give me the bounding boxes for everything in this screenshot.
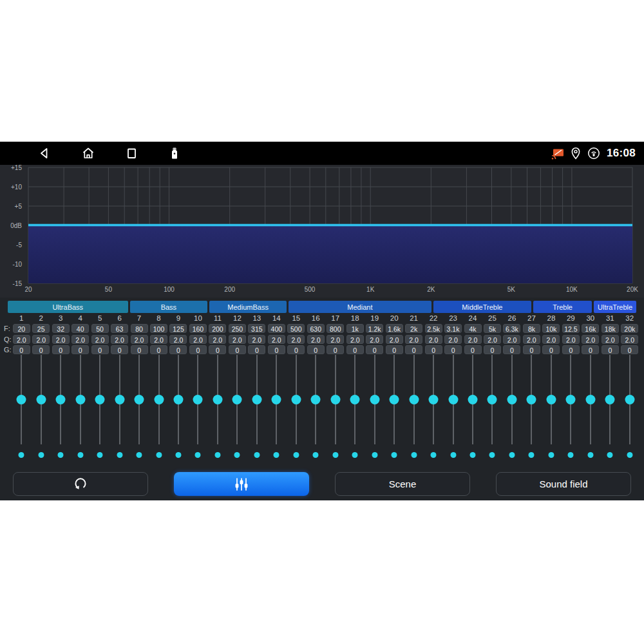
freq-chip[interactable]: 12.5: [562, 324, 580, 333]
gain-chip[interactable]: 0: [582, 345, 599, 354]
slider-thumb[interactable]: [291, 395, 301, 404]
slider-thumb[interactable]: [527, 395, 536, 404]
freq-chip[interactable]: 25: [32, 324, 50, 333]
band-group-treble[interactable]: Treble: [533, 301, 592, 313]
equalizer-tab-button[interactable]: [174, 472, 309, 496]
gain-chip[interactable]: 0: [425, 345, 442, 354]
slider-thumb[interactable]: [546, 395, 556, 404]
freq-chip[interactable]: 1.6k: [386, 324, 403, 333]
q-chip[interactable]: 2.0: [287, 335, 305, 344]
eq-curve-plot[interactable]: +15+10+50dB-5-10-1520501002005001K2K5K10…: [0, 165, 644, 298]
slider-thumb[interactable]: [311, 395, 321, 404]
q-chip[interactable]: 2.0: [52, 335, 70, 344]
q-chip[interactable]: 2.0: [32, 335, 50, 344]
band-slider[interactable]: [345, 355, 365, 461]
band-group-ultrabass[interactable]: UltraBass: [8, 301, 128, 313]
band-slider[interactable]: [51, 355, 70, 461]
gain-chip[interactable]: 0: [444, 345, 462, 354]
freq-chip[interactable]: 18k: [601, 324, 619, 333]
band-slider[interactable]: [247, 355, 267, 461]
slider-thumb[interactable]: [95, 395, 105, 404]
band-group-middletreble[interactable]: MiddleTreble: [433, 301, 531, 313]
slider-thumb[interactable]: [232, 395, 242, 404]
band-slider[interactable]: [542, 355, 561, 461]
gain-chip[interactable]: 0: [562, 345, 580, 354]
band-group-mediumbass[interactable]: MediumBass: [209, 301, 287, 313]
reset-button[interactable]: [13, 472, 148, 496]
q-chip[interactable]: 2.0: [229, 335, 246, 344]
slider-thumb[interactable]: [154, 395, 164, 404]
gain-chip[interactable]: 0: [366, 345, 383, 354]
q-chip[interactable]: 2.0: [169, 335, 187, 344]
freq-chip[interactable]: 400: [268, 324, 285, 333]
q-chip[interactable]: 2.0: [189, 335, 207, 344]
slider-thumb[interactable]: [488, 395, 497, 404]
q-chip[interactable]: 2.0: [464, 335, 482, 344]
band-slider[interactable]: [502, 355, 522, 461]
sound-field-button[interactable]: Sound field: [496, 472, 631, 496]
band-slider[interactable]: [581, 355, 600, 461]
freq-chip[interactable]: 315: [248, 324, 265, 333]
slider-thumb[interactable]: [605, 395, 615, 404]
gain-chip[interactable]: 0: [32, 345, 50, 354]
gain-chip[interactable]: 0: [464, 345, 482, 354]
gain-chip[interactable]: 0: [523, 345, 540, 354]
band-slider[interactable]: [129, 355, 149, 461]
slider-thumb[interactable]: [252, 395, 261, 404]
slider-thumb[interactable]: [390, 395, 399, 404]
home-icon[interactable]: [80, 146, 96, 161]
band-slider[interactable]: [522, 355, 541, 461]
q-chip[interactable]: 2.0: [503, 335, 520, 344]
freq-chip[interactable]: 160: [189, 324, 207, 333]
freq-chip[interactable]: 3.1k: [444, 324, 462, 333]
gain-chip[interactable]: 0: [150, 345, 167, 354]
slider-thumb[interactable]: [272, 395, 281, 404]
q-chip[interactable]: 2.0: [386, 335, 403, 344]
gain-chip[interactable]: 0: [268, 345, 285, 354]
band-slider[interactable]: [365, 355, 384, 461]
freq-chip[interactable]: 200: [209, 324, 226, 333]
q-chip[interactable]: 2.0: [542, 335, 560, 344]
gain-chip[interactable]: 0: [503, 345, 520, 354]
gain-chip[interactable]: 0: [13, 345, 30, 354]
q-chip[interactable]: 2.0: [621, 335, 638, 344]
gain-chip[interactable]: 0: [542, 345, 560, 354]
q-chip[interactable]: 2.0: [248, 335, 265, 344]
band-group-mediant[interactable]: Mediant: [289, 301, 431, 313]
slider-thumb[interactable]: [350, 395, 360, 404]
q-chip[interactable]: 2.0: [601, 335, 619, 344]
band-slider[interactable]: [306, 355, 325, 461]
slider-thumb[interactable]: [173, 395, 183, 404]
freq-chip[interactable]: 500: [287, 324, 305, 333]
band-slider[interactable]: [227, 355, 247, 461]
q-chip[interactable]: 2.0: [346, 335, 364, 344]
freq-chip[interactable]: 1k: [346, 324, 364, 333]
q-chip[interactable]: 2.0: [13, 335, 30, 344]
slider-thumb[interactable]: [135, 395, 144, 404]
slider-thumb[interactable]: [585, 395, 595, 404]
band-slider[interactable]: [31, 355, 50, 461]
gain-chip[interactable]: 0: [405, 345, 422, 354]
band-slider[interactable]: [620, 355, 639, 461]
q-chip[interactable]: 2.0: [327, 335, 344, 344]
band-slider[interactable]: [109, 355, 129, 461]
band-slider[interactable]: [384, 355, 404, 461]
freq-chip[interactable]: 20: [13, 324, 30, 333]
freq-chip[interactable]: 125: [169, 324, 187, 333]
slider-thumb[interactable]: [75, 395, 85, 404]
gain-chip[interactable]: 0: [111, 345, 128, 354]
gain-chip[interactable]: 0: [601, 345, 619, 354]
freq-chip[interactable]: 40: [71, 324, 89, 333]
band-slider[interactable]: [463, 355, 482, 461]
gain-chip[interactable]: 0: [327, 345, 344, 354]
q-chip[interactable]: 2.0: [91, 335, 109, 344]
eq-response-graph[interactable]: +15+10+50dB-5-10-1520501002005001K2K5K10…: [0, 165, 644, 298]
band-slider[interactable]: [482, 355, 502, 461]
freq-chip[interactable]: 80: [131, 324, 148, 333]
band-slider[interactable]: [443, 355, 462, 461]
slider-thumb[interactable]: [370, 395, 379, 404]
scene-button[interactable]: Scene: [335, 472, 470, 496]
gain-chip[interactable]: 0: [131, 345, 148, 354]
q-chip[interactable]: 2.0: [425, 335, 442, 344]
slider-thumb[interactable]: [409, 395, 419, 404]
